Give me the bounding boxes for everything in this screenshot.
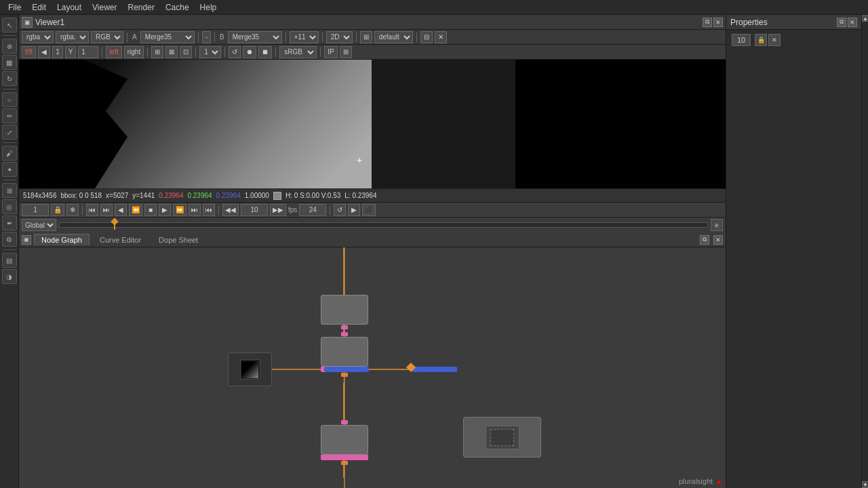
scroll-up-arrow[interactable]: ▲: [862, 15, 868, 22]
prev-key-btn[interactable]: ⏭: [100, 204, 113, 216]
frame-rate-btn[interactable]: f/8: [22, 46, 36, 58]
tool-add[interactable]: ⊞: [2, 183, 17, 198]
properties-float-btn[interactable]: ⧉: [837, 18, 846, 27]
properties-number-box[interactable]: 10: [732, 34, 751, 46]
view-mode-dropdown[interactable]: 2D: [326, 31, 353, 43]
fps-input[interactable]: [299, 204, 326, 216]
tool-pen[interactable]: ✏: [2, 108, 17, 123]
panel-float-btn[interactable]: ⧉: [700, 235, 709, 245]
tool-layers[interactable]: ▤: [2, 253, 17, 268]
node-merge-blue-bar-left[interactable]: [324, 367, 369, 372]
timeline-track[interactable]: [59, 222, 708, 228]
node-bottom-right-box[interactable]: [463, 417, 541, 458]
exposure-dropdown[interactable]: +11: [290, 31, 319, 43]
node-input-top[interactable]: [321, 295, 368, 329]
wipe-both-btn[interactable]: ⊡: [180, 46, 192, 58]
stop-btn[interactable]: ■: [144, 204, 157, 216]
menu-cache[interactable]: Cache: [160, 1, 195, 14]
tool-cursor[interactable]: ↖: [2, 18, 17, 33]
tool-paint[interactable]: 🖌: [2, 146, 17, 161]
next-key-btn[interactable]: ⏭: [189, 204, 201, 216]
tab-node-graph[interactable]: Node Graph: [34, 234, 90, 245]
exposure-minus-btn[interactable]: -: [202, 31, 211, 43]
viewer-float-btn[interactable]: ⧉: [703, 18, 712, 27]
menu-help[interactable]: Help: [195, 1, 222, 14]
node-input-top-box[interactable]: [321, 295, 368, 325]
fast-forward-btn[interactable]: ▶▶: [270, 204, 286, 216]
wipe-v-btn[interactable]: ⊠: [165, 46, 178, 58]
menu-edit[interactable]: Edit: [26, 1, 52, 14]
tab-curve-editor[interactable]: Curve Editor: [92, 234, 149, 245]
frame-number-input[interactable]: [22, 204, 49, 216]
node-bottom-right[interactable]: [463, 417, 541, 458]
tool-transform[interactable]: ⤢: [2, 125, 17, 140]
wipe-h-btn[interactable]: ⊞: [151, 46, 163, 58]
tool-node-edit[interactable]: ✦: [2, 162, 17, 177]
step-back-btn[interactable]: ◀: [115, 204, 127, 216]
channel-type-dropdown[interactable]: rgba.: [56, 31, 89, 43]
node-left-dark[interactable]: [228, 352, 272, 386]
node-merge-main-box[interactable]: [321, 337, 368, 367]
lock-btn[interactable]: 🔒: [51, 204, 64, 216]
menu-file[interactable]: File: [3, 1, 26, 14]
tool-move[interactable]: ⊕: [2, 39, 17, 54]
viewer-close-btn[interactable]: ✕: [713, 18, 723, 27]
timeline-options-btn[interactable]: ≡: [711, 219, 723, 231]
play-btn[interactable]: ▶: [159, 204, 171, 216]
tool-select[interactable]: ▦: [2, 55, 17, 70]
audio-btn[interactable]: ◀◀: [222, 204, 239, 216]
view-settings-btn[interactable]: ⊞: [360, 31, 372, 43]
reset-btn[interactable]: ↺: [229, 46, 241, 58]
menu-render[interactable]: Render: [123, 1, 160, 14]
loop-btn[interactable]: ↺: [334, 204, 346, 216]
go-end-btn[interactable]: ⏮: [203, 204, 215, 216]
color-profile-dropdown[interactable]: sRGB: [279, 46, 317, 58]
node-left-dark-box[interactable]: [228, 352, 272, 386]
viewer-extra-btn1[interactable]: ⊟: [420, 31, 433, 43]
overlay-btn[interactable]: ⊞: [340, 46, 352, 58]
scroll-track[interactable]: [862, 22, 868, 481]
node-merge-blue-bar-right[interactable]: [412, 367, 457, 372]
playback-steps-input[interactable]: [241, 204, 268, 216]
tab-dope-sheet[interactable]: Dope Sheet: [151, 234, 205, 245]
bounce-btn[interactable]: ⬛: [362, 204, 376, 216]
node-merge-bottom[interactable]: [321, 420, 368, 465]
properties-close-btn[interactable]: ✕: [848, 18, 857, 27]
node-merge-bottom-box[interactable]: [321, 425, 368, 455]
tool-rotate[interactable]: ↻: [2, 71, 17, 86]
channel-mode-dropdown[interactable]: rgba: [22, 31, 54, 43]
record-stop-btn[interactable]: ⏹: [258, 46, 272, 58]
frame-num1-input[interactable]: 1: [52, 46, 63, 58]
frame-num2-input[interactable]: [78, 46, 98, 58]
tool-mask[interactable]: ◑: [2, 269, 17, 284]
color-model-dropdown[interactable]: RGB: [91, 31, 123, 43]
tool-circle[interactable]: ○: [2, 92, 17, 107]
tool-settings[interactable]: ⚙: [2, 232, 17, 247]
scroll-down-arrow[interactable]: ▼: [862, 481, 868, 488]
label-left-btn[interactable]: left: [106, 46, 121, 58]
props-lock-btn[interactable]: 🔒: [755, 34, 767, 46]
snowflake-btn[interactable]: ❄: [66, 204, 79, 216]
node-graph-canvas[interactable]: pluralsight ▲: [19, 247, 726, 488]
node-b-dropdown[interactable]: Merge35: [228, 31, 282, 43]
menu-layout[interactable]: Layout: [52, 1, 87, 14]
tool-eye[interactable]: ◎: [2, 199, 17, 214]
menu-viewer[interactable]: Viewer: [87, 1, 122, 14]
prev-frame-btn[interactable]: ⏪: [129, 204, 142, 216]
label-right-btn[interactable]: right: [124, 46, 144, 58]
global-range-dropdown[interactable]: Global: [22, 219, 56, 231]
zoom-dropdown[interactable]: 1: [199, 46, 221, 58]
channel-y-btn[interactable]: Y: [65, 46, 77, 58]
viewer-extra-btn2[interactable]: ✕: [435, 31, 447, 43]
display-dropdown[interactable]: default: [374, 31, 413, 43]
play-once-btn[interactable]: ▶: [348, 204, 360, 216]
node-a-dropdown[interactable]: Merge35: [140, 31, 195, 43]
record-btn[interactable]: ⏺: [243, 46, 256, 58]
go-start-btn[interactable]: ⏮: [86, 204, 98, 216]
props-x-btn[interactable]: ✕: [768, 34, 781, 46]
next-frame-btn[interactable]: ⏩: [173, 204, 186, 216]
ip-btn[interactable]: IP: [324, 46, 337, 58]
tool-brush[interactable]: ✒: [2, 216, 17, 230]
panel-close-btn[interactable]: ✕: [713, 235, 723, 245]
frame-step-btn[interactable]: ◀: [38, 46, 50, 58]
